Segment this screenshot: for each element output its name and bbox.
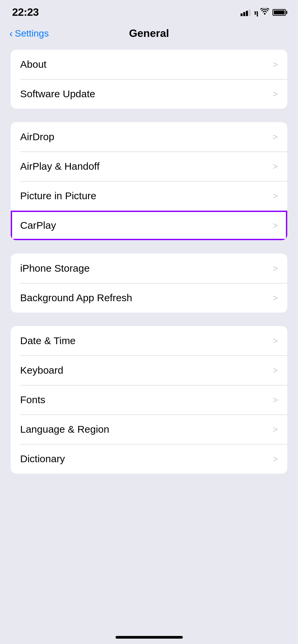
- dictionary-label: Dictionary: [20, 453, 65, 465]
- chevron-right-icon: >: [273, 424, 278, 435]
- settings-item-airdrop[interactable]: AirDrop >: [11, 122, 287, 152]
- settings-item-keyboard[interactable]: Keyboard >: [11, 356, 287, 385]
- chevron-right-icon: >: [273, 59, 278, 70]
- page-title: General: [129, 27, 169, 40]
- settings-group-1: About > Software Update >: [11, 50, 287, 109]
- settings-item-iphone-storage[interactable]: iPhone Storage >: [11, 254, 287, 283]
- settings-group-3: iPhone Storage > Background App Refresh …: [11, 254, 287, 313]
- settings-content: About > Software Update > AirDrop > AirP…: [0, 46, 298, 490]
- chevron-right-icon: >: [273, 336, 278, 346]
- date-time-label: Date & Time: [20, 335, 76, 346]
- about-label: About: [20, 59, 46, 70]
- status-bar: 22:23 𝛈: [0, 0, 298, 22]
- status-icons: 𝛈: [241, 8, 286, 17]
- background-app-refresh-label: Background App Refresh: [20, 292, 132, 304]
- nav-header: ‹ Settings General: [0, 22, 298, 46]
- picture-in-picture-label: Picture in Picture: [20, 190, 96, 202]
- back-label[interactable]: Settings: [15, 28, 49, 39]
- battery-icon: [272, 9, 286, 16]
- settings-item-fonts[interactable]: Fonts >: [11, 385, 287, 415]
- back-chevron-icon: ‹: [9, 28, 13, 39]
- settings-group-2: AirDrop > AirPlay & Handoff > Picture in…: [11, 122, 287, 240]
- chevron-right-icon: >: [273, 454, 278, 464]
- settings-item-about[interactable]: About >: [11, 50, 287, 79]
- settings-item-dictionary[interactable]: Dictionary >: [11, 444, 287, 474]
- chevron-right-icon: >: [273, 395, 278, 405]
- settings-item-carplay[interactable]: CarPlay >: [11, 211, 287, 240]
- home-indicator: [116, 636, 183, 639]
- language-region-label: Language & Region: [20, 424, 109, 435]
- settings-item-language-region[interactable]: Language & Region >: [11, 415, 287, 444]
- iphone-storage-label: iPhone Storage: [20, 263, 90, 274]
- chevron-right-icon: >: [273, 293, 278, 303]
- settings-item-airplay-handoff[interactable]: AirPlay & Handoff >: [11, 152, 287, 181]
- status-time: 22:23: [12, 6, 39, 18]
- svg-point-0: [264, 13, 266, 14]
- fonts-label: Fonts: [20, 394, 45, 406]
- carplay-label: CarPlay: [20, 220, 56, 231]
- chevron-right-icon: >: [273, 220, 278, 231]
- chevron-right-icon: >: [273, 161, 278, 172]
- chevron-right-icon: >: [273, 191, 278, 201]
- settings-item-software-update[interactable]: Software Update >: [11, 79, 287, 109]
- keyboard-label: Keyboard: [20, 365, 63, 376]
- software-update-label: Software Update: [20, 88, 95, 100]
- chevron-right-icon: >: [273, 263, 278, 274]
- wifi-svg: [260, 8, 269, 15]
- airplay-handoff-label: AirPlay & Handoff: [20, 161, 99, 172]
- wifi-icon: 𝛈: [254, 8, 269, 17]
- chevron-right-icon: >: [273, 132, 278, 142]
- signal-icon: [241, 9, 251, 16]
- chevron-right-icon: >: [273, 365, 278, 376]
- settings-item-background-app-refresh[interactable]: Background App Refresh >: [11, 283, 287, 313]
- back-button[interactable]: ‹ Settings: [9, 28, 49, 39]
- settings-item-date-time[interactable]: Date & Time >: [11, 326, 287, 356]
- settings-item-picture-in-picture[interactable]: Picture in Picture >: [11, 181, 287, 211]
- settings-group-4: Date & Time > Keyboard > Fonts > Languag…: [11, 326, 287, 474]
- chevron-right-icon: >: [273, 89, 278, 99]
- airdrop-label: AirDrop: [20, 131, 54, 143]
